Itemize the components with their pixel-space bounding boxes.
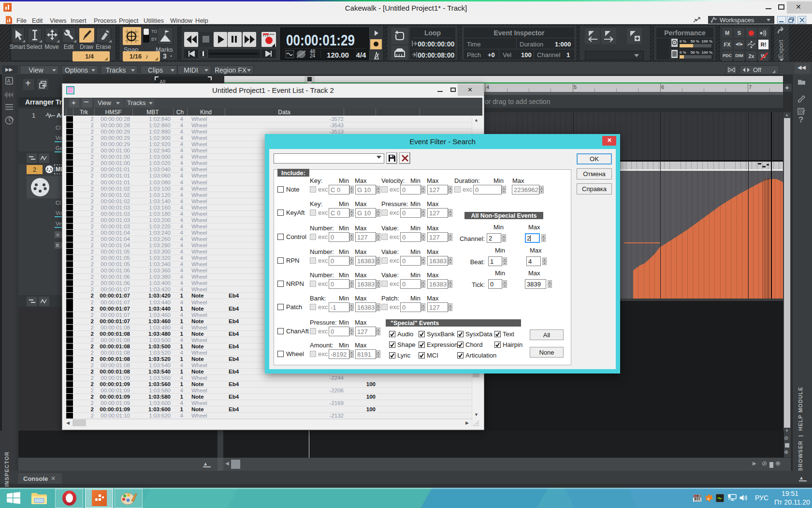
svg-text:a: a (708, 496, 710, 501)
